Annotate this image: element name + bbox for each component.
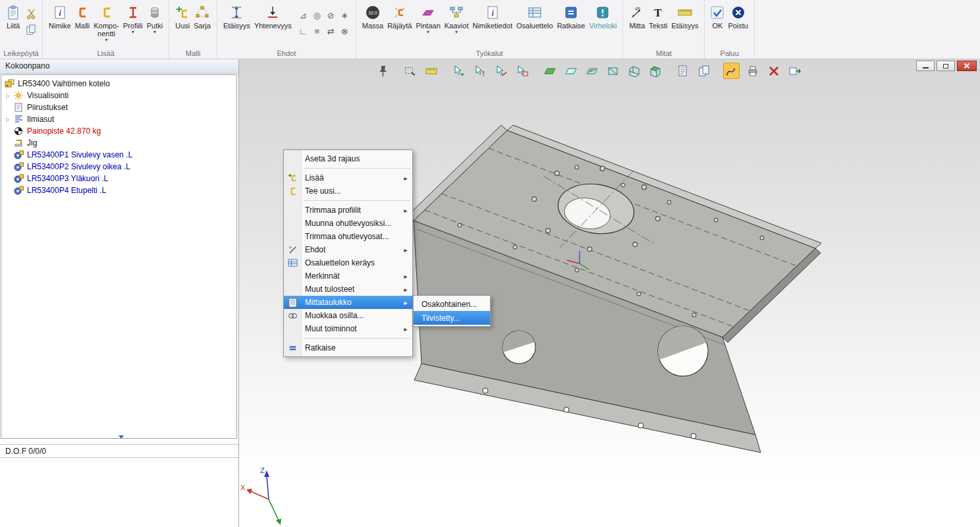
menu-item-ehdot[interactable]: Ehdot ▸ xyxy=(284,243,412,256)
menu-item-muokkaa-osilla[interactable]: Muokkaa osilla... xyxy=(284,309,412,322)
tree-item-part-2[interactable]: LR53400P2 Sivulevy oikea .L xyxy=(1,161,236,173)
fix-constraint-icon[interactable]: ⊗ xyxy=(338,23,352,39)
perpendicular-constraint-icon[interactable]: ∟ xyxy=(296,23,310,39)
tree-item-part-1[interactable]: LR53400P1 Sivulevy vasen .L xyxy=(1,149,236,161)
parts-list-button[interactable]: Osaluettelo xyxy=(514,2,555,31)
profile-button[interactable]: Profiili ▾ xyxy=(121,2,145,36)
distance-constraint-button[interactable]: Etäisyys xyxy=(221,2,252,31)
tree-item-label: Painopiste 42.870 kg xyxy=(27,126,101,136)
face-mode-1-icon[interactable] xyxy=(562,63,579,79)
series-button[interactable]: Sarja xyxy=(192,2,213,31)
measure-icon[interactable] xyxy=(423,63,439,79)
tree-item-label: Jig xyxy=(27,138,37,148)
error-log-button[interactable]: Virheloki xyxy=(587,2,618,31)
tangent-constraint-icon[interactable]: ⊘ xyxy=(324,7,338,23)
swap-constraint-icon[interactable]: ⇄ xyxy=(324,23,338,39)
item-data-button[interactable]: i Nimiketiedot xyxy=(470,2,514,31)
face-mode-2-icon[interactable] xyxy=(584,63,600,79)
solve-button[interactable]: Ratkaise xyxy=(555,2,587,31)
diagrams-button[interactable]: Kaaviot ▾ xyxy=(443,2,471,36)
menu-item-mittataulukko[interactable]: Mittataulukko ▸ xyxy=(284,296,412,309)
coincidence-button[interactable]: Yhtenevyys xyxy=(252,2,294,31)
restore-button[interactable] xyxy=(937,61,955,71)
concentric-constraint-icon[interactable]: ◎ xyxy=(310,7,324,23)
symmetry-constraint-icon[interactable]: ∗ xyxy=(338,7,352,23)
mass-button[interactable]: 10.0 Massa xyxy=(360,2,385,31)
menu-item-trimmaa-ohutlevyosat[interactable]: Trimmaa ohutlevyosat... xyxy=(284,230,412,243)
delete-icon[interactable] xyxy=(765,63,782,79)
item-button[interactable]: i Nimike xyxy=(47,2,73,31)
select-point-icon[interactable] xyxy=(450,63,467,79)
menu-item-muunna-ohutlevyosiksi[interactable]: Muunna ohutlevyosiksi... xyxy=(284,217,412,230)
menu-item-ratkaise[interactable]: Ratkaise xyxy=(284,341,412,354)
shaded-cube-icon[interactable] xyxy=(647,63,663,79)
sketch-curve-icon[interactable] xyxy=(723,63,740,79)
report-icon[interactable] xyxy=(674,63,691,79)
text-button[interactable]: T Teksti xyxy=(647,2,669,31)
wireframe-cube-icon[interactable] xyxy=(626,63,642,79)
minimize-button[interactable] xyxy=(916,61,935,71)
submenu-item-tiivistetty[interactable]: Tiivistetty... xyxy=(414,311,490,325)
tree-item-jig[interactable]: Jig xyxy=(1,137,236,149)
to-surface-button[interactable]: Pintaan ▾ xyxy=(414,2,442,36)
export-icon[interactable] xyxy=(786,63,803,79)
tree-item-label: LR53400P4 Etupelti .L xyxy=(27,186,106,195)
pipe-button[interactable]: Putki ▾ xyxy=(145,2,165,36)
copy-drawing-icon[interactable] xyxy=(695,63,712,79)
component-button[interactable]: Kompo- nentti ▾ xyxy=(92,2,121,44)
cut-icon[interactable] xyxy=(24,7,38,20)
menu-item-trimmaa-profiilit[interactable]: Trimmaa profiilit ▸ xyxy=(284,204,412,217)
pin-icon[interactable] xyxy=(374,63,391,79)
dimension-button[interactable]: 45 Mitta xyxy=(627,2,647,31)
menu-item-label: Muokkaa osilla... xyxy=(301,311,402,320)
menu-item-lisaa[interactable]: Lisää ▸ xyxy=(284,171,412,184)
part-icon xyxy=(14,162,24,171)
select-axis-icon[interactable] xyxy=(472,63,488,79)
paste-clipboard-icon xyxy=(6,3,20,22)
parallel-constraint-icon[interactable]: ≡ xyxy=(310,23,324,39)
distance-measure-button[interactable]: Etäisyys xyxy=(669,2,700,31)
expand-arrow-icon[interactable]: ▷ xyxy=(5,117,11,123)
panel-splitter-handle[interactable] xyxy=(119,435,124,439)
print-icon[interactable] xyxy=(744,63,761,79)
new-button[interactable]: Uusi xyxy=(173,2,192,31)
shaded-face-icon[interactable] xyxy=(541,63,558,79)
minimize-icon xyxy=(923,67,929,69)
select-edge-icon[interactable] xyxy=(493,63,509,79)
menu-item-osaluettelon-kerays[interactable]: Osaluettelon keräys xyxy=(284,256,412,269)
menu-item-aseta-3d-rajaus[interactable]: Aseta 3d rajaus xyxy=(284,152,412,165)
svg-text:i: i xyxy=(59,8,61,18)
tree-item-piirustukset[interactable]: Piirustukset xyxy=(1,101,236,113)
viewport-3d[interactable]: Aseta 3d rajaus Lisää ▸ Tee uusi... xyxy=(239,59,980,527)
tree-item-part-3[interactable]: LR53400P3 Yläkuori .L xyxy=(1,173,236,184)
exit-button[interactable]: Poistu xyxy=(726,2,750,31)
face-mode-3-icon[interactable] xyxy=(605,63,621,79)
menu-item-muut-tulosteet[interactable]: Muut tulosteet ▸ xyxy=(284,283,412,296)
tree-item-assembly-root[interactable]: LR53400 Vaihtimen kotelo xyxy=(1,78,236,90)
explode-button[interactable]: Räjäytä xyxy=(385,2,414,31)
selection-frame-icon[interactable] xyxy=(402,63,418,79)
tree-item-painopiste[interactable]: Painopiste 42.870 kg xyxy=(1,125,236,137)
explode-icon xyxy=(393,3,406,22)
menu-item-merkinnat[interactable]: Merkinnät ▸ xyxy=(284,269,412,283)
close-button[interactable] xyxy=(957,61,977,71)
tree-item-visualisointi[interactable]: ▷ Visualisointi xyxy=(1,90,236,101)
expand-arrow-icon[interactable]: ▷ xyxy=(5,93,11,99)
diagrams-dropdown-caret: ▾ xyxy=(455,30,458,35)
tree-item-label: Piirustukset xyxy=(27,103,68,112)
menu-item-label: Ehdot xyxy=(301,245,402,254)
paste-button[interactable]: Liitä xyxy=(4,2,22,31)
copy-icon[interactable] xyxy=(24,23,38,36)
tree-item-ilmiasut[interactable]: ▷ Ilmiasut xyxy=(1,113,236,125)
model-button[interactable]: Malli xyxy=(73,2,92,31)
tree-item-part-4[interactable]: LR53400P4 Etupelti .L xyxy=(1,184,236,196)
select-face-icon[interactable] xyxy=(514,63,530,79)
menu-item-tee-uusi[interactable]: Tee uusi... xyxy=(284,184,412,198)
distance-measure-label: Etäisyys xyxy=(671,22,698,30)
submenu-item-osakohtainen[interactable]: Osakohtainen... xyxy=(414,297,490,311)
angle-constraint-icon[interactable]: ⊿ xyxy=(296,7,310,23)
menu-item-muut-toiminnot[interactable]: Muut toiminnot ▸ xyxy=(284,322,412,335)
submenu-arrow: ▸ xyxy=(402,175,409,182)
assembly-icon xyxy=(5,79,15,88)
ok-button[interactable]: OK xyxy=(709,2,726,31)
